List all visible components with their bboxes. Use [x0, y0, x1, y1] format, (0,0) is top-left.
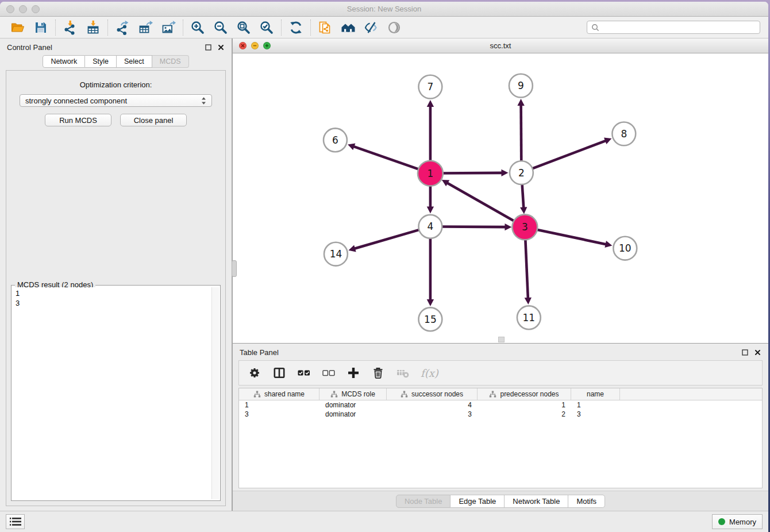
mcds-result-list[interactable]: 13 [13, 287, 211, 499]
export-image-icon[interactable] [161, 20, 176, 35]
tab-style[interactable]: Style [85, 55, 117, 68]
status-bar: Memory [0, 511, 768, 532]
svg-text:15: 15 [424, 314, 437, 325]
export-network-icon[interactable] [115, 20, 130, 35]
splitter-handle-horizontal[interactable] [498, 337, 505, 342]
graph-node-8[interactable]: 8 [612, 122, 636, 145]
open-session-icon[interactable] [10, 20, 25, 35]
maximize-network-button[interactable] [263, 42, 271, 49]
result-item: 1 [16, 288, 209, 298]
graph-edge-1-4[interactable] [427, 184, 434, 214]
zoom-in-icon[interactable] [190, 20, 205, 35]
svg-text:11: 11 [523, 312, 536, 323]
search-input[interactable] [602, 23, 756, 32]
table-cell: 1 [478, 400, 571, 410]
graph-node-2[interactable]: 2 [510, 161, 533, 184]
graph-node-9[interactable]: 9 [509, 74, 533, 98]
graph-edge-1-7[interactable] [427, 100, 434, 163]
table-panel-title: Table Panel [240, 348, 279, 357]
column-header-successor-nodes[interactable]: successor nodes [387, 388, 478, 400]
tab-motifs[interactable]: Motifs [568, 495, 605, 508]
close-table-panel-icon[interactable] [754, 349, 761, 356]
new-network-from-selection-icon[interactable] [318, 20, 333, 35]
minimize-window-button[interactable] [19, 5, 27, 13]
table-settings-icon[interactable] [248, 366, 261, 380]
criterion-select[interactable]: strongly connected component [20, 94, 212, 107]
column-header-predecessor-nodes[interactable]: predecessor nodes [478, 388, 571, 400]
graph-edge-2-8[interactable] [532, 137, 611, 168]
graph-edge-3-10[interactable] [536, 229, 612, 248]
graph-node-11[interactable]: 11 [517, 306, 541, 329]
svg-text:7: 7 [428, 81, 434, 92]
first-neighbors-icon[interactable] [341, 20, 356, 35]
minimize-network-button[interactable] [251, 42, 259, 49]
memory-button[interactable]: Memory [712, 514, 763, 529]
maximize-window-button[interactable] [32, 5, 40, 13]
export-table-icon[interactable] [138, 20, 153, 35]
svg-text:3: 3 [522, 221, 528, 233]
import-network-icon[interactable] [63, 20, 78, 35]
graph-edge-1-2[interactable] [441, 169, 509, 176]
column-header-mcds-role[interactable]: MCDS role [319, 388, 387, 400]
tab-network[interactable]: Network [43, 55, 85, 68]
network-canvas[interactable]: 7968124314101511 [233, 53, 768, 343]
graph-node-7[interactable]: 7 [418, 75, 442, 99]
table-cell: dominator [319, 400, 387, 410]
graph-node-1[interactable]: 1 [418, 161, 443, 186]
tab-select[interactable]: Select [117, 55, 152, 68]
graph-edge-2-3[interactable] [520, 184, 527, 214]
table-panel: Table Panel f(x) shared nameMCDS r [233, 344, 768, 511]
network-view-window: scc.txt 7968124314101511 [233, 38, 768, 344]
close-panel-button[interactable]: Close panel [120, 114, 187, 126]
graph-node-6[interactable]: 6 [324, 128, 347, 152]
add-column-icon[interactable] [346, 366, 360, 380]
graph-edge-4-3[interactable] [441, 223, 512, 230]
graph-node-10[interactable]: 10 [613, 237, 637, 260]
network-view-title: scc.txt [233, 41, 768, 50]
tab-edge-table[interactable]: Edge Table [451, 495, 505, 508]
table-row[interactable]: 3dominator323 [239, 410, 762, 419]
show-columns-icon[interactable] [272, 366, 286, 380]
tab-network-table[interactable]: Network Table [505, 495, 568, 508]
graph-node-15[interactable]: 15 [418, 307, 442, 331]
graph-node-4[interactable]: 4 [418, 215, 442, 238]
run-mcds-button[interactable]: Run MCDS [45, 114, 111, 126]
column-header-shared-name[interactable]: shared name [239, 388, 319, 400]
show-all-icon[interactable] [387, 20, 402, 35]
zoom-fit-icon[interactable] [236, 20, 251, 35]
table-row[interactable]: 1dominator411 [239, 400, 762, 410]
result-scrollbar[interactable] [211, 287, 219, 499]
graph-edge-2-9[interactable] [517, 99, 524, 162]
float-table-panel-icon[interactable] [741, 349, 749, 356]
task-history-button[interactable] [6, 514, 25, 529]
splitter-handle-vertical[interactable] [232, 260, 237, 277]
save-session-icon[interactable] [33, 20, 48, 35]
close-network-button[interactable] [239, 42, 247, 49]
graph-edge-3-11[interactable] [525, 238, 532, 304]
column-header-name[interactable]: name [571, 388, 620, 400]
close-window-button[interactable] [6, 5, 14, 13]
table-cell: 1 [239, 400, 319, 410]
import-table-icon[interactable] [86, 20, 101, 35]
graph-edge-4-14[interactable] [348, 230, 419, 252]
float-panel-icon[interactable] [205, 44, 212, 51]
zoom-selected-icon[interactable] [259, 20, 274, 35]
apply-layout-icon[interactable] [288, 20, 303, 35]
mcds-result-group: MCDS result (2 nodes) 13 [11, 285, 221, 501]
close-panel-icon[interactable] [217, 44, 225, 51]
column-label: successor nodes [411, 390, 463, 398]
search-box[interactable] [587, 21, 760, 34]
graph-node-3[interactable]: 3 [512, 214, 537, 240]
hide-selected-icon[interactable] [364, 20, 379, 35]
graph-edge-3-1[interactable] [442, 180, 515, 222]
graph-edge-4-15[interactable] [427, 237, 434, 306]
zoom-out-icon[interactable] [213, 20, 228, 35]
memory-status-dot [718, 518, 725, 525]
select-all-columns-icon[interactable] [297, 366, 311, 380]
graph-edge-1-6[interactable] [348, 143, 420, 169]
delete-columns-icon[interactable] [371, 366, 385, 380]
tab-node-table[interactable]: Node Table [396, 495, 451, 508]
graph-node-14[interactable]: 14 [324, 242, 348, 266]
tab-mcds[interactable]: MCDS [152, 55, 189, 68]
unselect-all-columns-icon[interactable] [322, 366, 336, 380]
